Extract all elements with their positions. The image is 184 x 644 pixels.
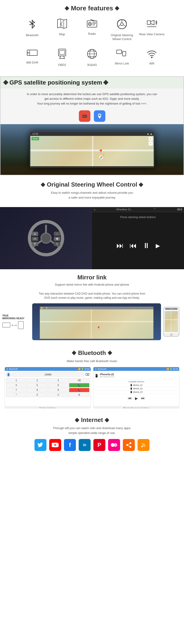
mirror-screen-inner: 📶 📍 🔋 📍 <box>40 306 153 339</box>
steering-diamond-right <box>139 182 144 187</box>
linkedin-icon[interactable]: in <box>79 439 91 451</box>
gps-diamond-left <box>3 80 8 85</box>
mirror-device-screen: 📶 📍 🔋 📍 <box>32 303 161 340</box>
radio-icon <box>86 18 98 30</box>
svg-point-58 <box>141 446 143 447</box>
steering-diamond-left <box>41 182 45 187</box>
internet-diamond-right <box>105 418 109 422</box>
svg-rect-16 <box>27 50 37 56</box>
steering-wheel-side: ▲ OK ▼ ⌂ ☎ ⊡ <box>0 207 92 269</box>
share-icon[interactable] <box>123 439 135 451</box>
feature-obd2: OBD2 <box>47 46 77 69</box>
svg-line-22 <box>60 56 60 58</box>
steering-app-bar: ⌂ Wheelkey St... 📱 00:0 <box>92 207 184 212</box>
key-9[interactable]: 9 <box>48 388 69 392</box>
gps-car-scene: 14:30 ▶ ◀ 📍 500m + – 🧭 <box>0 124 184 175</box>
maps-app-icon <box>94 110 105 122</box>
key-del[interactable]: ⌫ <box>69 378 89 382</box>
bt-dialing-content: 👤 10086 ⌫ 1 2 3 ⌫ 4 5 6 📞 7 8 9 📞 <box>5 371 91 406</box>
svg-rect-2 <box>87 21 97 27</box>
gps-title: GPS satellite positioning system <box>9 79 102 86</box>
mirror-icons: ⟷ <box>2 321 30 329</box>
play-btn[interactable]: ▶ <box>135 396 138 400</box>
skip-forward-icon: ⏭ <box>116 242 124 250</box>
svg-text:▲: ▲ <box>34 232 36 235</box>
mirror-icon-right <box>18 321 24 329</box>
bt-dialpad: 1 2 3 ⌫ 4 5 6 📞 7 8 9 📞 * 0 # N <box>6 378 89 397</box>
bt-music-content: 📱 iPhoneSa (2) 58F76/BA0/07D Available d… <box>93 371 179 406</box>
mirror-content-area: TRUEMIRRORING READY ⟷ 📶 📍 🔋 📍 <box>0 303 184 345</box>
bluetooth-title: Bluetooth <box>4 350 180 356</box>
key-star[interactable]: * <box>6 393 26 397</box>
svg-text:☎: ☎ <box>56 238 58 240</box>
prev-btn[interactable]: ⏮ <box>128 396 132 400</box>
inner-map-pin: 📍 <box>97 326 101 330</box>
key-2[interactable]: 2 <box>27 378 47 382</box>
wifidvr-icon <box>26 48 38 59</box>
flickr-icon[interactable] <box>108 439 120 451</box>
contact-icon: 👤 <box>6 372 11 377</box>
bluetooth-desc: Make hands free call/ Buletooth music <box>4 359 180 364</box>
more-features-title: More features <box>2 4 182 12</box>
wifi-label: Wifi <box>149 62 154 66</box>
mirror-screen-bar: 📶 📍 🔋 <box>40 306 153 309</box>
pinterest-icon[interactable]: P <box>93 439 105 451</box>
key-1[interactable]: 1 <box>6 378 26 382</box>
internet-desc: Through wifi,you can watch vido and down… <box>4 426 180 436</box>
mirror-icon-left <box>2 322 10 328</box>
twitter-icon[interactable] <box>34 439 46 451</box>
key-3[interactable]: 3 <box>48 378 69 382</box>
wifidvr-label: Wifi DVR <box>26 61 38 65</box>
steering-app-name: Wheelkey St... <box>116 208 133 211</box>
radio-label: Radio <box>88 32 96 36</box>
steering-image-area: ▲ OK ▼ ⌂ ☎ ⊡ ⌂ Wheelkey St... 📱 00:0 Pre… <box>0 207 184 269</box>
available-devices: Available devices 📱 device_01 📱 device_0… <box>95 379 178 395</box>
key-8[interactable]: 8 <box>27 388 47 392</box>
facebook-icon[interactable]: f <box>64 439 76 451</box>
device-id: 58F76/BA0/07D <box>100 376 114 378</box>
mirror-desc1: Support wired mirror link with Android p… <box>4 283 180 286</box>
steering-hint: Press steering wheel buttons <box>92 212 184 222</box>
key-call[interactable]: 📞 <box>69 383 89 388</box>
feature-wifi: Wifi <box>137 46 167 69</box>
gps-app-icons: 🎟 <box>0 108 184 124</box>
key-7[interactable]: 7 <box>6 388 26 392</box>
3g4g-label: 3G&4G <box>87 63 97 67</box>
key-6[interactable]: 6 <box>48 383 69 388</box>
youtube-icon[interactable] <box>49 439 61 451</box>
mirror-phone <box>163 307 182 337</box>
wifi-icon <box>146 48 158 60</box>
gps-time: 14:30 <box>32 133 38 135</box>
key-4[interactable]: 4 <box>6 383 26 388</box>
svg-point-33 <box>99 114 101 116</box>
bluetooth-dialing-screen: ⚡ Bluetooth 📶 🔋 23:58 👤 10086 ⌫ 1 2 3 ⌫ … <box>4 367 91 408</box>
diamond-left-icon <box>65 6 69 10</box>
key-n[interactable]: N <box>69 393 89 397</box>
svg-point-10 <box>121 23 123 26</box>
mirror-title: Mirror link <box>4 274 180 281</box>
more-features-section: More features Bluetooth Map <box>0 0 184 74</box>
phone-shape <box>163 307 180 337</box>
camera-icon <box>146 18 158 31</box>
steering-app-screen: ⌂ Wheelkey St... 📱 00:0 Press steering w… <box>92 207 184 269</box>
feature-camera: Rear View Camera <box>137 16 167 44</box>
bt-device-1: 📱 device_01 <box>96 384 177 387</box>
gps-section: GPS satellite positioning system In orde… <box>0 76 184 175</box>
steering-label: Original SteeringWheel Control <box>111 34 133 41</box>
gps-floating-screen: 14:30 ▶ ◀ 📍 500m + – 🧭 <box>30 131 154 168</box>
svg-line-13 <box>124 25 126 26</box>
mirror-arrow-icon: ⟷ <box>11 323 17 327</box>
map-road-v <box>92 136 93 166</box>
features-row-1: Bluetooth Map <box>2 16 182 44</box>
camera-label: Rear View Camera <box>139 32 165 36</box>
key-0[interactable]: 0 <box>27 393 47 397</box>
next-btn[interactable]: ⏭ <box>141 396 145 400</box>
3g4g-icon <box>86 48 98 61</box>
key-5[interactable]: 5 <box>27 383 47 388</box>
key-hash[interactable]: # <box>48 393 69 397</box>
map-pin-icon: 📍 <box>98 149 103 154</box>
features-row-2: Wifi DVR OBD2 <box>2 46 182 69</box>
rss-icon[interactable] <box>138 439 150 451</box>
phone-screen <box>165 311 178 332</box>
key-endcall[interactable]: 📞 <box>69 388 89 392</box>
